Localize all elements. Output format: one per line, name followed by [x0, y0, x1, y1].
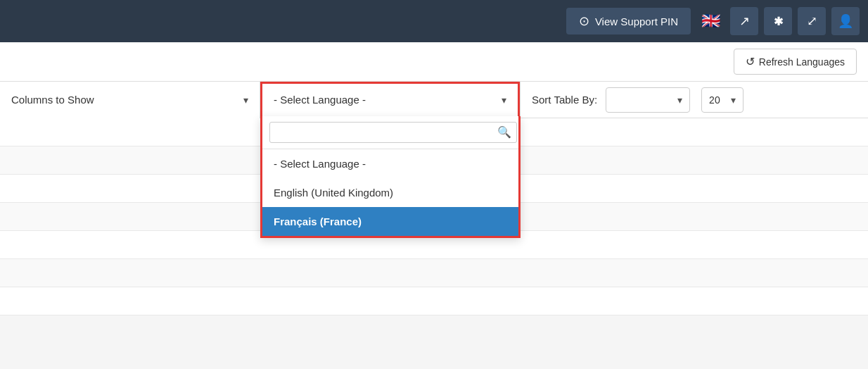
external-link-icon[interactable]: ↗	[730, 7, 758, 35]
columns-to-show-label: Columns to Show	[11, 94, 94, 106]
filter-row: Columns to Show - Select Language - 🔍 - …	[0, 82, 868, 118]
joomla-icon[interactable]: ✱	[764, 7, 792, 35]
language-option-placeholder[interactable]: - Select Language -	[262, 149, 518, 178]
sort-chevron-icon	[677, 94, 682, 106]
language-select-wrapper: - Select Language - 🔍 - Select Language …	[260, 82, 521, 118]
sort-select-area: Sort Table By: 20	[521, 82, 868, 118]
user-icon[interactable]: 👤	[831, 7, 860, 35]
refresh-icon: ↺	[746, 55, 755, 68]
sort-table-dropdown[interactable]	[606, 87, 690, 113]
language-select-trigger[interactable]: - Select Language -	[260, 82, 520, 118]
language-option-english-uk[interactable]: English (United Kingdom)	[262, 178, 518, 207]
dropdown-search-row: 🔍	[262, 116, 518, 149]
page-size-dropdown[interactable]: 20	[701, 87, 743, 113]
view-support-pin-button[interactable]: ⊙ View Support PIN	[566, 8, 691, 35]
table-row	[0, 259, 868, 287]
columns-to-show-dropdown[interactable]: Columns to Show	[0, 82, 260, 118]
language-select-label: - Select Language -	[274, 94, 366, 106]
language-chevron-icon	[502, 94, 506, 106]
support-icon: ⊙	[579, 13, 589, 29]
flag-icon[interactable]: 🇬🇧	[696, 7, 725, 35]
fullscreen-icon[interactable]: ⤢	[798, 7, 826, 35]
language-option-francais-france[interactable]: Français (France)	[262, 207, 518, 236]
language-dropdown-popup: 🔍 - Select Language - English (United Ki…	[260, 116, 521, 238]
toolbar-row: ↺ Refresh Languages	[0, 42, 868, 82]
navbar: ⊙ View Support PIN 🇬🇧 ↗ ✱ ⤢ 👤	[0, 0, 868, 42]
view-support-pin-label: View Support PIN	[595, 15, 678, 27]
sort-table-label: Sort Table By:	[532, 94, 597, 106]
table-row	[0, 287, 868, 315]
language-search-input[interactable]	[269, 122, 517, 143]
columns-chevron-icon	[243, 94, 248, 106]
refresh-languages-label: Refresh Languages	[759, 56, 845, 68]
refresh-languages-button[interactable]: ↺ Refresh Languages	[734, 49, 857, 75]
page-size-value: 20	[709, 94, 720, 106]
page-size-chevron-icon	[731, 94, 736, 106]
